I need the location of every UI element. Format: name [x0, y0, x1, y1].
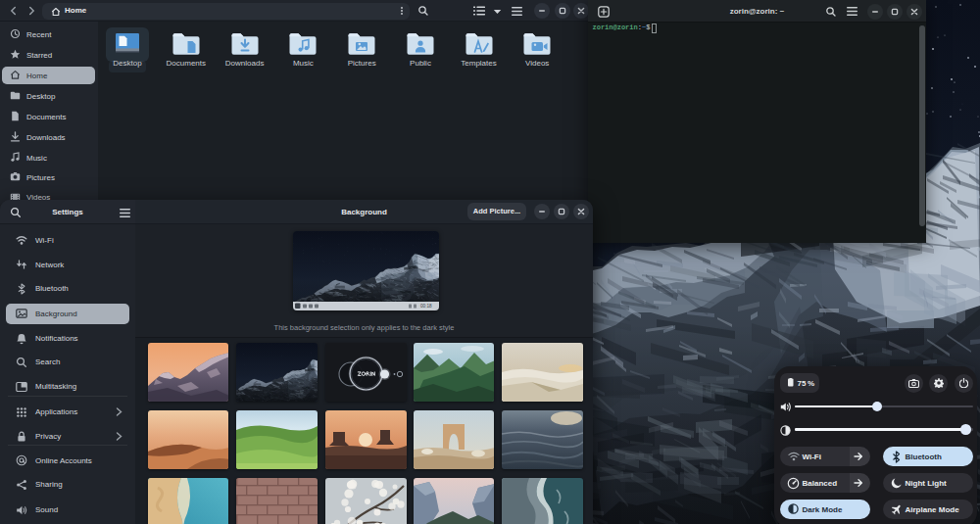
svg-text:00:18: 00:18 [420, 304, 432, 309]
